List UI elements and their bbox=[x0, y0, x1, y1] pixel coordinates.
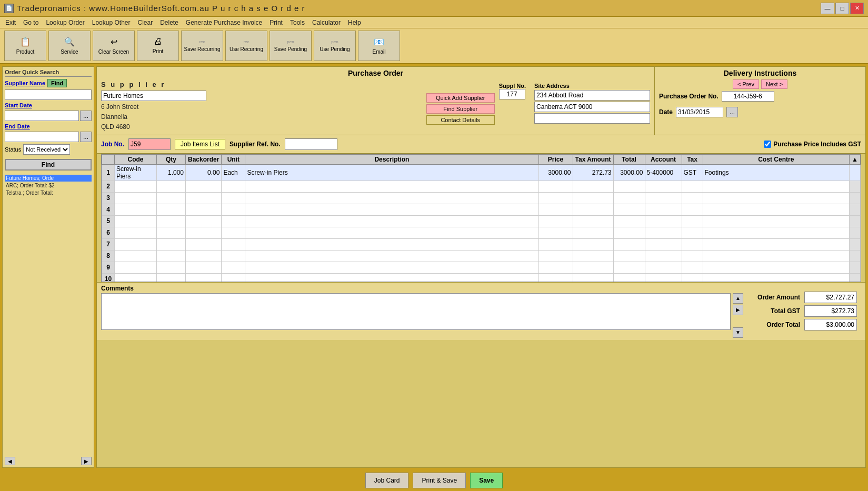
table-cell[interactable] bbox=[573, 238, 613, 250]
end-date-picker-button[interactable]: ... bbox=[80, 132, 92, 142]
use-pending-button[interactable]: pen Use Pending bbox=[314, 31, 356, 61]
job-card-button[interactable]: Job Card bbox=[365, 473, 409, 488]
table-cell[interactable] bbox=[645, 238, 682, 250]
table-cell[interactable] bbox=[613, 181, 645, 192]
table-cell[interactable] bbox=[573, 227, 613, 238]
table-cell[interactable] bbox=[682, 215, 703, 227]
table-cell[interactable] bbox=[682, 262, 703, 273]
table-cell[interactable]: 1.000 bbox=[157, 164, 186, 181]
quick-add-supplier-button[interactable]: Quick Add Supplier bbox=[426, 93, 495, 103]
table-cell[interactable] bbox=[645, 192, 682, 204]
table-cell[interactable] bbox=[222, 227, 245, 238]
menu-generate-invoice[interactable]: Generate Purchase Invoice bbox=[183, 18, 265, 27]
table-cell[interactable]: 272.73 bbox=[573, 164, 613, 181]
table-cell[interactable] bbox=[682, 181, 703, 192]
table-cell[interactable] bbox=[703, 262, 850, 273]
table-cell[interactable] bbox=[703, 227, 850, 238]
table-cell[interactable] bbox=[645, 215, 682, 227]
supplier-ref-input[interactable] bbox=[285, 138, 337, 150]
table-cell[interactable] bbox=[613, 262, 645, 273]
table-cell[interactable] bbox=[245, 204, 538, 215]
order-amount-input[interactable] bbox=[804, 292, 857, 303]
clear-screen-button[interactable]: ↩ Clear Screen bbox=[93, 31, 135, 61]
table-cell[interactable] bbox=[186, 273, 222, 282]
start-date-picker-button[interactable]: ... bbox=[80, 111, 92, 121]
table-cell[interactable]: GST bbox=[682, 164, 703, 181]
table-cell[interactable] bbox=[222, 215, 245, 227]
table-cell[interactable]: 3000.00 bbox=[613, 164, 645, 181]
table-cell[interactable] bbox=[245, 227, 538, 238]
table-cell[interactable] bbox=[245, 273, 538, 282]
sidebar-find-button[interactable]: Find bbox=[5, 159, 92, 171]
table-cell[interactable] bbox=[613, 204, 645, 215]
sidebar-scroll-left[interactable]: ◀ bbox=[5, 457, 15, 465]
table-cell[interactable] bbox=[538, 204, 573, 215]
menu-lookup-other[interactable]: Lookup Other bbox=[89, 18, 134, 27]
table-cell[interactable] bbox=[645, 204, 682, 215]
table-cell[interactable] bbox=[573, 204, 613, 215]
table-cell[interactable] bbox=[703, 181, 850, 192]
table-cell[interactable]: 3000.00 bbox=[538, 164, 573, 181]
table-cell[interactable] bbox=[157, 204, 186, 215]
table-cell[interactable] bbox=[573, 273, 613, 282]
table-cell[interactable] bbox=[222, 250, 245, 262]
table-cell[interactable] bbox=[186, 192, 222, 204]
use-recurring-button[interactable]: rec Use Recurring bbox=[225, 31, 267, 61]
table-cell[interactable] bbox=[682, 192, 703, 204]
save-pending-button[interactable]: pen Save Pending bbox=[270, 31, 312, 61]
order-total-input[interactable] bbox=[804, 319, 857, 330]
table-cell[interactable]: 5-400000 bbox=[645, 164, 682, 181]
table-cell[interactable] bbox=[682, 204, 703, 215]
find-supplier-button[interactable]: Find Supplier bbox=[426, 104, 495, 114]
table-cell[interactable] bbox=[157, 227, 186, 238]
table-cell[interactable] bbox=[613, 227, 645, 238]
table-cell[interactable] bbox=[245, 181, 538, 192]
supplier-name-input[interactable] bbox=[5, 89, 92, 100]
date-input[interactable] bbox=[676, 107, 723, 117]
end-date-input[interactable] bbox=[5, 132, 79, 142]
po-no-input[interactable] bbox=[722, 91, 774, 102]
table-cell[interactable] bbox=[115, 238, 157, 250]
table-cell[interactable] bbox=[245, 215, 538, 227]
table-cell[interactable] bbox=[573, 192, 613, 204]
table-cell[interactable] bbox=[703, 192, 850, 204]
table-cell[interactable]: Screw-in Piers bbox=[115, 164, 157, 181]
menu-delete[interactable]: Delete bbox=[157, 18, 182, 27]
table-cell[interactable] bbox=[186, 250, 222, 262]
table-cell[interactable] bbox=[186, 181, 222, 192]
table-cell[interactable] bbox=[613, 273, 645, 282]
sidebar-result-1[interactable]: ARC; Order Total: $2 bbox=[5, 182, 92, 189]
date-picker-button[interactable]: ... bbox=[726, 107, 738, 117]
table-cell[interactable] bbox=[538, 181, 573, 192]
table-cell[interactable] bbox=[682, 227, 703, 238]
menu-calculator[interactable]: Calculator bbox=[309, 18, 344, 27]
menu-print[interactable]: Print bbox=[266, 18, 286, 27]
table-cell[interactable] bbox=[645, 273, 682, 282]
table-cell[interactable] bbox=[222, 273, 245, 282]
table-cell[interactable] bbox=[157, 215, 186, 227]
menu-exit[interactable]: Exit bbox=[2, 18, 19, 27]
sidebar-result-2[interactable]: Telstra ; Order Total: bbox=[5, 189, 92, 196]
table-cell[interactable] bbox=[222, 262, 245, 273]
sidebar-result-0[interactable]: Future Homes; Orde bbox=[5, 175, 92, 182]
table-cell[interactable] bbox=[703, 273, 850, 282]
table-cell[interactable] bbox=[222, 181, 245, 192]
job-items-list-button[interactable]: Job Items List bbox=[175, 139, 225, 149]
print-save-button[interactable]: Print & Save bbox=[413, 473, 466, 488]
save-button[interactable]: Save bbox=[470, 473, 503, 488]
table-cell[interactable] bbox=[115, 262, 157, 273]
table-cell[interactable] bbox=[222, 238, 245, 250]
table-cell[interactable] bbox=[573, 250, 613, 262]
email-button[interactable]: 📧 Email bbox=[358, 31, 400, 61]
table-cell[interactable] bbox=[703, 204, 850, 215]
comments-scroll-up[interactable]: ▲ bbox=[733, 293, 743, 304]
table-cell[interactable] bbox=[115, 250, 157, 262]
menu-help[interactable]: Help bbox=[345, 18, 364, 27]
table-cell[interactable] bbox=[573, 181, 613, 192]
service-button[interactable]: 🔍 Service bbox=[48, 31, 91, 61]
save-recurring-button[interactable]: rec Save Recurring bbox=[181, 31, 223, 61]
minimize-button[interactable]: — bbox=[821, 3, 834, 14]
table-cell[interactable] bbox=[645, 250, 682, 262]
table-cell[interactable] bbox=[613, 192, 645, 204]
sidebar-find-inline-button[interactable]: Find bbox=[47, 79, 67, 87]
